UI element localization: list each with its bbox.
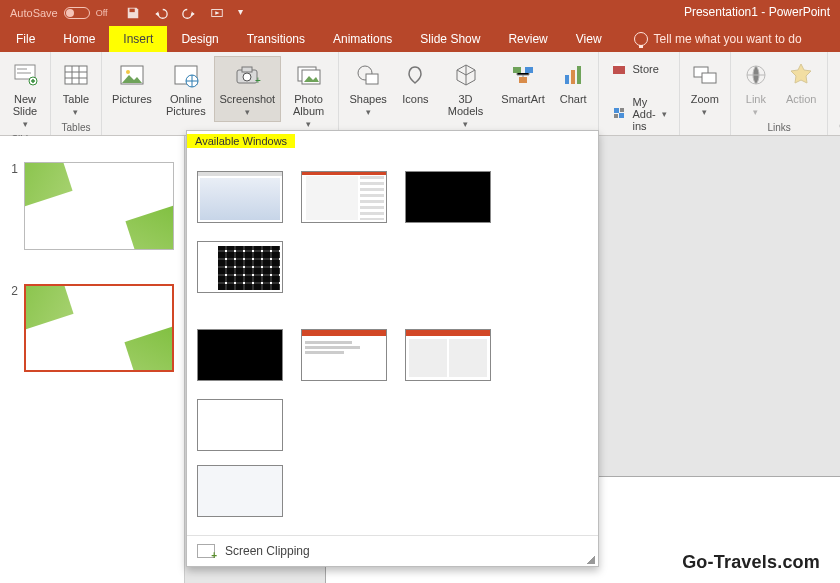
shapes-label: Shapes▾ xyxy=(350,93,387,117)
tab-design[interactable]: Design xyxy=(167,26,232,52)
new-slide-button[interactable]: New Slide▾ xyxy=(4,56,46,134)
group-addins: Store My Add-ins ▾ xyxy=(599,52,680,135)
screenshot-button[interactable]: + Screenshot▾ xyxy=(214,56,281,122)
svg-rect-18 xyxy=(366,74,378,84)
group-illustrations: Shapes▾ Icons 3DModels ▾ SmartArt Chart xyxy=(339,52,598,135)
available-windows-header: Available Windows xyxy=(187,134,295,148)
group-links: Link▾ Action Links xyxy=(731,52,829,135)
action-icon xyxy=(787,61,815,89)
comment-button[interactable]: + Comment xyxy=(832,56,840,110)
action-label: Action xyxy=(786,93,817,105)
link-icon xyxy=(742,61,770,89)
undo-icon[interactable] xyxy=(154,6,168,20)
link-label: Link▾ xyxy=(746,93,766,117)
window-thumb-4[interactable] xyxy=(197,241,283,293)
svg-rect-20 xyxy=(525,67,533,73)
window-thumb-6[interactable] xyxy=(301,329,387,381)
window-thumb-1[interactable] xyxy=(197,171,283,223)
3d-models-label: 3DModels ▾ xyxy=(445,93,487,129)
window-thumb-8[interactable] xyxy=(197,399,283,451)
table-button[interactable]: Table▾ xyxy=(55,56,97,122)
shapes-button[interactable]: Shapes▾ xyxy=(343,56,393,122)
group-slides: New Slide▾ Slides xyxy=(0,52,51,135)
window-thumb-2[interactable] xyxy=(301,171,387,223)
icons-icon xyxy=(401,61,429,89)
group-links-label: Links xyxy=(768,122,791,135)
photo-album-label: PhotoAlbum ▾ xyxy=(290,93,327,129)
smartart-icon xyxy=(509,61,537,89)
online-pictures-icon xyxy=(172,61,200,89)
tell-me-search[interactable]: Tell me what you want to do xyxy=(634,26,802,52)
link-button[interactable]: Link▾ xyxy=(735,56,777,122)
app-name: PowerPoint xyxy=(769,5,830,19)
title-bar: AutoSave Off ▾ Presentation1 - PowerPoin… xyxy=(0,0,840,26)
screen-clipping-label: Screen Clipping xyxy=(225,544,310,558)
cube-icon xyxy=(452,61,480,89)
window-thumb-7[interactable] xyxy=(405,329,491,381)
store-icon xyxy=(611,60,627,78)
svg-rect-0 xyxy=(129,9,134,13)
autosave-label: AutoSave xyxy=(10,7,58,19)
lightbulb-icon xyxy=(634,32,648,46)
tab-review[interactable]: Review xyxy=(494,26,561,52)
window-thumb-3[interactable] xyxy=(405,171,491,223)
my-addins-button[interactable]: My Add-ins ▾ xyxy=(611,96,667,132)
group-tables: Table▾ Tables xyxy=(51,52,102,135)
svg-text:+: + xyxy=(255,75,261,86)
save-icon[interactable] xyxy=(126,6,140,20)
smartart-button[interactable]: SmartArt xyxy=(495,56,550,110)
3d-models-button[interactable]: 3DModels ▾ xyxy=(438,56,494,134)
start-from-beginning-icon[interactable] xyxy=(210,6,224,20)
tab-animations[interactable]: Animations xyxy=(319,26,406,52)
svg-rect-23 xyxy=(571,70,575,84)
zoom-button[interactable]: Zoom▾ xyxy=(684,56,726,122)
autosave-toggle[interactable]: AutoSave Off xyxy=(0,7,118,19)
separator xyxy=(187,535,598,536)
slide-thumbnail-panel[interactable]: 1 2 xyxy=(0,136,185,583)
window-thumb-9[interactable] xyxy=(197,465,283,517)
screen-clipping-button[interactable]: Screen Clipping xyxy=(187,540,598,560)
photo-album-button[interactable]: PhotoAlbum ▾ xyxy=(283,56,334,134)
window-thumb-5[interactable] xyxy=(197,329,283,381)
online-pictures-button[interactable]: OnlinePictures xyxy=(160,56,212,122)
store-label: Store xyxy=(633,63,659,75)
new-slide-icon xyxy=(11,61,39,89)
pictures-button[interactable]: Pictures xyxy=(106,56,158,110)
available-windows-grid-2 xyxy=(187,461,598,527)
chart-button[interactable]: Chart xyxy=(553,56,594,110)
tab-transitions[interactable]: Transitions xyxy=(233,26,319,52)
group-comments: + Comment Comments xyxy=(828,52,840,135)
photo-album-icon xyxy=(295,61,323,89)
svg-point-13 xyxy=(243,73,251,81)
tab-file[interactable]: File xyxy=(2,26,49,52)
slide-1-preview[interactable] xyxy=(24,162,174,250)
action-button[interactable]: Action xyxy=(779,56,824,110)
tab-slideshow[interactable]: Slide Show xyxy=(406,26,494,52)
icons-label: Icons xyxy=(402,93,428,105)
store-button[interactable]: Store xyxy=(611,60,667,78)
watermark: Go-Travels.com xyxy=(682,552,820,573)
ribbon: New Slide▾ Slides Table▾ Tables Pictures… xyxy=(0,52,840,136)
tab-home[interactable]: Home xyxy=(49,26,109,52)
svg-rect-4 xyxy=(17,72,31,74)
slide-2-preview[interactable] xyxy=(24,284,174,372)
chevron-down-icon: ▾ xyxy=(662,111,667,117)
zoom-label: Zoom▾ xyxy=(691,93,719,117)
redo-icon[interactable] xyxy=(182,6,196,20)
screenshot-dropdown: Available Windows Screen Clipping xyxy=(186,130,599,567)
slide-thumb-1[interactable]: 1 xyxy=(0,156,184,256)
new-slide-label: New Slide▾ xyxy=(11,93,39,129)
resize-grip-icon[interactable] xyxy=(587,556,595,564)
slide-number: 1 xyxy=(8,162,18,250)
customize-qat-icon[interactable]: ▾ xyxy=(238,6,252,20)
autosave-switch-icon xyxy=(64,7,90,19)
slide-thumb-2[interactable]: 2 xyxy=(0,278,184,378)
zoom-icon xyxy=(691,61,719,89)
chart-icon xyxy=(559,61,587,89)
svg-rect-12 xyxy=(242,67,252,72)
group-images: Pictures OnlinePictures + Screenshot▾ Ph… xyxy=(102,52,339,135)
icons-button[interactable]: Icons xyxy=(395,56,436,110)
tab-view[interactable]: View xyxy=(562,26,616,52)
window-title: Presentation1 - PowerPoint xyxy=(684,5,830,19)
tab-insert[interactable]: Insert xyxy=(109,26,167,52)
